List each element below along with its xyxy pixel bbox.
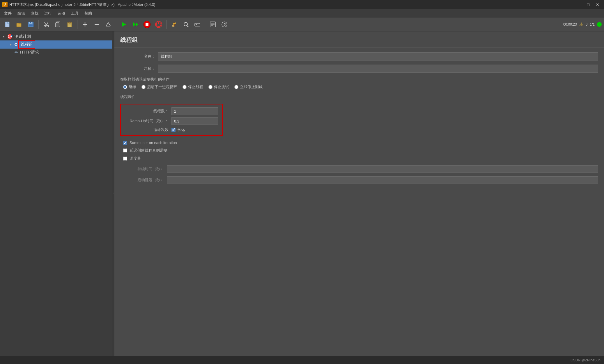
name-label: 名称： <box>120 54 158 59</box>
tree-item-thread-group[interactable]: ▼ ⚙ 线程组 <box>0 40 112 49</box>
collapse-arrow: ▼ <box>2 35 5 38</box>
svg-point-37 <box>196 24 197 25</box>
warning-icon: ⚠ <box>579 22 583 27</box>
separator-3 <box>116 20 116 29</box>
left-panel: ▼ 🎯 测试计划 ▼ ⚙ 线程组 ✏ HTTP请求 <box>0 31 112 356</box>
separator-5 <box>205 20 205 29</box>
duration-input[interactable] <box>167 165 598 173</box>
report-button[interactable] <box>208 19 218 30</box>
test-plan-label: 测试计划 <box>15 34 31 39</box>
remove-button[interactable] <box>91 19 102 30</box>
svg-point-34 <box>184 22 187 26</box>
loop-forever-label: 永远 <box>177 127 185 132</box>
svg-line-9 <box>46 22 48 25</box>
maximize-button[interactable]: □ <box>584 1 592 8</box>
help-button[interactable]: ? <box>219 19 230 30</box>
tree-item-test-plan[interactable]: ▼ 🎯 测试计划 <box>0 33 112 40</box>
delay-thread-row: 延迟创建线程直到需要 <box>120 148 598 153</box>
scheduler-checkbox[interactable] <box>123 157 127 161</box>
radio-next-loop-input[interactable] <box>141 85 146 89</box>
add-button[interactable] <box>80 19 90 30</box>
new-button[interactable] <box>2 19 13 30</box>
loop-checkbox-group: 永远 <box>171 127 185 132</box>
loop-forever-checkbox[interactable] <box>171 128 176 132</box>
ramp-up-label: Ramp-Up时间（秒）： <box>125 118 171 124</box>
menu-tools[interactable]: 工具 <box>68 10 82 17</box>
scheduler-row: 调度器 <box>120 156 598 161</box>
menu-run[interactable]: 运行 <box>41 10 55 17</box>
same-user-row: Same user on each iteration <box>120 141 598 145</box>
startup-delay-input[interactable] <box>167 176 598 184</box>
thread-count-input[interactable] <box>171 107 218 115</box>
radio-stop-test-now-input[interactable] <box>234 85 238 89</box>
scheduler-label: 调度器 <box>130 156 141 161</box>
radio-stop-thread-input[interactable] <box>183 85 187 89</box>
thread-ratio: 1/1 <box>590 22 595 26</box>
broom-button[interactable] <box>169 19 179 30</box>
run-no-pause-button[interactable] <box>130 19 141 30</box>
radio-stop-test-now[interactable]: 立即停止测试 <box>234 84 263 90</box>
run-button[interactable] <box>118 19 129 30</box>
svg-rect-7 <box>30 22 31 23</box>
svg-rect-0 <box>5 22 9 27</box>
separator-4 <box>166 20 167 29</box>
save-button[interactable] <box>26 19 36 30</box>
comment-input[interactable] <box>158 65 598 73</box>
close-button[interactable]: ✕ <box>594 1 602 8</box>
error-action-label: 在取样器错误后要执行的动作 <box>120 77 598 82</box>
ramp-up-row: Ramp-Up时间（秒）： <box>125 117 218 125</box>
radio-continue[interactable]: 继续 <box>123 84 136 90</box>
svg-rect-14 <box>56 23 59 27</box>
status-bar-text: CSDN @ZNineSun <box>571 358 601 362</box>
menu-options[interactable]: 选项 <box>55 10 68 17</box>
thread-props-label: 线程属性 <box>120 94 598 101</box>
panel-title: 线程组 <box>114 31 604 48</box>
loop-label: 循环次数 <box>125 127 171 132</box>
cut-button[interactable] <box>41 19 52 30</box>
thread-props-section: 线程属性 线程数： Ramp-Up时间（秒）： 循环次数 <box>120 94 598 161</box>
move-up-button[interactable] <box>103 19 114 30</box>
browse-button[interactable] <box>180 19 191 30</box>
remote-button[interactable] <box>192 19 203 30</box>
error-action-radio-group: 继续 启动下一进程循环 停止线程 停止测试 <box>120 84 598 90</box>
startup-delay-row: 启动延迟（秒） <box>120 176 598 184</box>
status-indicator <box>597 22 602 27</box>
radio-continue-input[interactable] <box>123 85 127 89</box>
radio-continue-label: 继续 <box>129 84 136 90</box>
radio-stop-thread-label: 停止线程 <box>188 84 203 90</box>
svg-marker-24 <box>122 22 126 27</box>
open-button[interactable] <box>14 19 24 30</box>
svg-text:?: ? <box>224 22 226 27</box>
paste-button[interactable] <box>64 19 75 30</box>
menu-help[interactable]: 帮助 <box>82 10 95 17</box>
same-user-checkbox[interactable] <box>123 141 127 145</box>
tree-item-http-request[interactable]: ✏ HTTP请求 <box>0 49 112 56</box>
window-controls[interactable]: — □ ✕ <box>575 1 602 8</box>
menu-file[interactable]: 文件 <box>1 10 15 17</box>
name-input[interactable] <box>158 52 598 61</box>
svg-rect-36 <box>195 23 200 26</box>
loop-row: 循环次数 永远 <box>125 127 218 132</box>
delay-thread-checkbox[interactable] <box>123 148 127 152</box>
menu-edit[interactable]: 编辑 <box>15 10 28 17</box>
shutdown-button[interactable] <box>153 19 164 30</box>
menu-find[interactable]: 查找 <box>28 10 41 17</box>
copy-button[interactable] <box>53 19 63 30</box>
thread-count-label: 线程数： <box>125 109 171 114</box>
ramp-up-input[interactable] <box>171 117 218 125</box>
radio-stop-thread[interactable]: 停止线程 <box>183 84 203 90</box>
svg-point-10 <box>44 25 46 27</box>
radio-stop-test[interactable]: 停止测试 <box>208 84 229 90</box>
radio-stop-test-input[interactable] <box>208 85 212 89</box>
stop-button[interactable] <box>142 19 152 30</box>
app-icon: J <box>2 2 8 7</box>
duration-row: 持续时间（秒） <box>120 165 598 173</box>
elapsed-time: 00:00:23 <box>563 22 577 26</box>
panel-resize-handle[interactable]: ⋮ <box>112 31 114 356</box>
minimize-button[interactable]: — <box>575 1 583 8</box>
svg-marker-26 <box>136 22 138 27</box>
window-title: HTTP请求.jmx (D:\soft\apache-jmeter-5.4.3\… <box>9 2 155 7</box>
title-bar-left: J HTTP请求.jmx (D:\soft\apache-jmeter-5.4.… <box>2 2 155 7</box>
comment-label: 注释： <box>120 66 158 71</box>
radio-next-loop[interactable]: 启动下一进程循环 <box>141 84 177 90</box>
